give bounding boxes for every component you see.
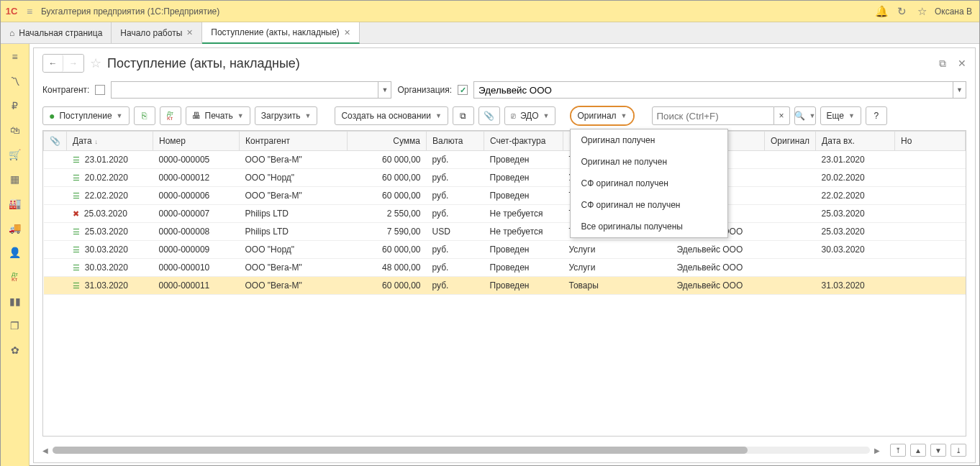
page-up-button[interactable]: ▲: [910, 444, 926, 457]
create-button-label: Поступление: [59, 111, 112, 121]
table-row[interactable]: ✖ 25.03.20200000-000007Philips LTD2 550,…: [44, 205, 966, 223]
scroll-right-icon[interactable]: ▶: [874, 447, 880, 454]
sidebar-dtkt-icon[interactable]: ДтКт: [6, 270, 24, 284]
goto-bottom-button[interactable]: ⤓: [950, 444, 966, 457]
sidebar-bag-icon[interactable]: 🛍: [6, 123, 24, 137]
tab-home[interactable]: ⌂ Начальная страница: [1, 22, 112, 43]
page-down-button[interactable]: ▼: [930, 444, 946, 457]
org-label: Организация:: [397, 85, 452, 95]
link-icon[interactable]: ⧉: [939, 58, 946, 70]
table-row[interactable]: ☰ 30.03.20200000-000009ООО "Норд"60 000,…: [44, 241, 966, 259]
page-title: Поступление (акты, накладные): [107, 56, 300, 71]
table-row[interactable]: ☰ 23.01.20200000-000005ООО "Вега-М"60 00…: [44, 151, 966, 169]
receipts-table: 📎 Дата↓ Номер Контрагент Сумма Валюта Сч…: [43, 131, 966, 295]
tab-start-work[interactable]: Начало работы ✕: [112, 22, 202, 43]
more-button[interactable]: Еще ▼: [820, 106, 861, 125]
search-input[interactable]: [652, 106, 774, 125]
table-row[interactable]: ☰ 20.02.20200000-000012ООО "Норд"60 000,…: [44, 169, 966, 187]
horizontal-scrollbar[interactable]: [53, 447, 870, 454]
col-number[interactable]: Номер: [153, 132, 240, 151]
goto-top-button[interactable]: ⤒: [890, 444, 906, 457]
dtkt-button[interactable]: ДтКт: [160, 106, 181, 125]
caret-down-icon: ▼: [543, 112, 550, 119]
search-button[interactable]: 🔍▼: [794, 106, 816, 125]
plus-icon: ●: [49, 110, 55, 122]
original-button[interactable]: Оригинал ▼: [571, 107, 632, 124]
original-menu-item[interactable]: Оригинал получен: [571, 129, 727, 151]
contractor-checkbox[interactable]: [95, 85, 105, 95]
col-sum[interactable]: Сумма: [348, 132, 427, 151]
sidebar-cart-icon[interactable]: 🛒: [6, 147, 24, 162]
original-menu: Оригинал полученОригинал не полученСФ ор…: [570, 129, 728, 238]
paperclip-icon: 📎: [50, 136, 60, 146]
menu-icon[interactable]: ≡: [22, 1, 37, 22]
back-button[interactable]: ←: [43, 55, 63, 72]
sidebar-settings-icon[interactable]: ✿: [6, 343, 24, 357]
col-attach[interactable]: 📎: [44, 132, 67, 151]
close-page-icon[interactable]: ✕: [958, 58, 966, 69]
bell-icon[interactable]: 🔔: [874, 4, 890, 19]
sidebar-menu-icon[interactable]: ≡: [6, 50, 24, 64]
col-ext[interactable]: Но: [895, 132, 966, 151]
create-based-label: Создать на основании: [341, 111, 431, 121]
scroll-left-icon[interactable]: ◀: [42, 447, 48, 454]
col-date-in[interactable]: Дата вх.: [816, 132, 895, 151]
org-checkbox[interactable]: [458, 85, 468, 95]
forward-button: →: [63, 55, 83, 72]
create-button[interactable]: ● Поступление ▼: [42, 106, 130, 125]
attach-button[interactable]: 📎: [478, 106, 500, 125]
table-row[interactable]: ☰ 25.03.20200000-000008Philips LTD7 590,…: [44, 223, 966, 241]
sidebar-ruble-icon[interactable]: ₽: [6, 99, 24, 113]
copy-button[interactable]: ⎘: [134, 106, 155, 125]
contractor-label: Контрагент:: [42, 85, 89, 95]
star-icon[interactable]: ☆: [915, 4, 930, 19]
sidebar-chart-icon[interactable]: 〽: [6, 74, 24, 88]
original-menu-item[interactable]: Все оригиналы получены: [571, 216, 727, 237]
related-button[interactable]: ⧉: [453, 106, 474, 125]
main-panel: ← → ☆ Поступление (акты, накладные) ⧉ ✕ …: [33, 47, 976, 463]
tab-close-icon[interactable]: ✕: [186, 28, 193, 37]
contractor-dropdown-icon[interactable]: ▼: [378, 81, 391, 99]
create-based-button[interactable]: Создать на основании ▼: [335, 106, 448, 125]
caret-down-icon: ▼: [435, 112, 442, 119]
edo-button[interactable]: ⎚ ЭДО ▼: [504, 106, 556, 125]
more-label: Еще: [827, 111, 844, 121]
col-currency[interactable]: Валюта: [427, 132, 484, 151]
col-invoice[interactable]: Счет-фактура: [484, 132, 563, 151]
sidebar-factory-icon[interactable]: 🏭: [6, 196, 24, 211]
help-button[interactable]: ?: [866, 106, 887, 125]
col-contractor[interactable]: Контрагент: [240, 132, 348, 151]
doc-status-icon: ✖: [73, 209, 79, 218]
tab-receipts[interactable]: Поступление (акты, накладные) ✕: [202, 22, 360, 44]
search-clear-button[interactable]: ×: [774, 106, 790, 125]
contractor-input[interactable]: [111, 81, 378, 99]
org-input[interactable]: [473, 81, 953, 99]
table-row[interactable]: ☰ 31.03.20200000-000011ООО "Вега-М"60 00…: [44, 277, 966, 295]
print-button-label: Печать: [205, 111, 233, 121]
doc-status-icon: ☰: [73, 245, 80, 254]
dtkt-icon: ДтКт: [167, 111, 173, 121]
original-menu-item[interactable]: СФ оригинал не получен: [571, 194, 727, 216]
history-icon[interactable]: ↻: [894, 4, 910, 19]
sidebar-person-icon[interactable]: 👤: [6, 245, 24, 260]
table-row[interactable]: ☰ 22.02.20200000-000006ООО "Вега-М"60 00…: [44, 187, 966, 205]
load-button[interactable]: Загрузить ▼: [255, 106, 318, 125]
sidebar-boxes-icon[interactable]: ▦: [6, 172, 24, 186]
sidebar-stats-icon[interactable]: ▮▮: [6, 294, 24, 309]
table-row[interactable]: ☰ 30.03.20200000-000010ООО "Вега-М"48 00…: [44, 259, 966, 277]
sidebar-truck-icon[interactable]: 🚚: [6, 221, 24, 235]
org-dropdown-icon[interactable]: ▼: [953, 81, 966, 99]
sidebar-books-icon[interactable]: ❐: [6, 319, 24, 333]
col-original[interactable]: Оригинал: [765, 132, 816, 151]
original-menu-item[interactable]: Оригинал не получен: [571, 151, 727, 173]
original-label: Оригинал: [577, 111, 616, 121]
tab-close-icon[interactable]: ✕: [344, 28, 350, 37]
favorite-star-icon[interactable]: ☆: [90, 55, 101, 71]
doc-status-icon: ☰: [73, 173, 80, 182]
col-date[interactable]: Дата↓: [67, 132, 153, 151]
original-menu-item[interactable]: СФ оригинал получен: [571, 173, 727, 194]
print-button[interactable]: 🖶 Печать ▼: [186, 106, 250, 125]
doc-status-icon: ☰: [73, 227, 80, 236]
logo-1c-icon: 1С: [1, 1, 22, 22]
user-name[interactable]: Оксана В: [935, 6, 972, 17]
